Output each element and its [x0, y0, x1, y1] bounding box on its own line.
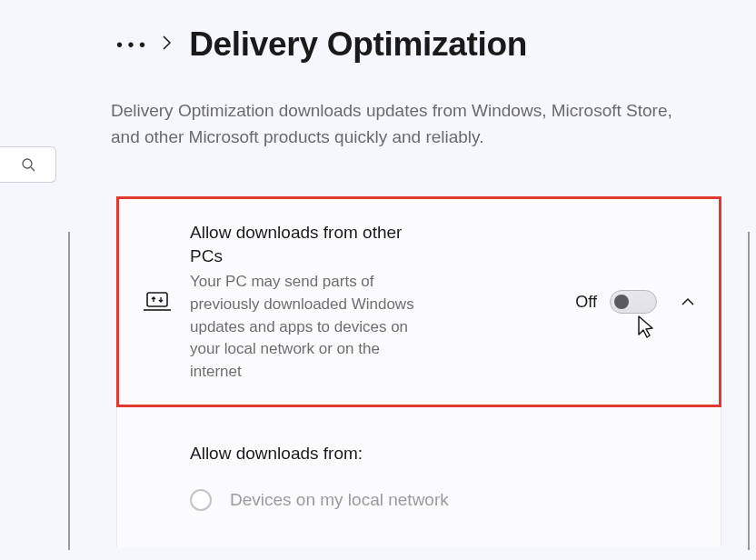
options-section-title: Allow downloads from: — [190, 444, 699, 464]
device-icon — [141, 291, 174, 313]
card-text-block: Allow downloads from other PCs Your PC m… — [190, 221, 426, 383]
page-title: Delivery Optimization — [189, 25, 527, 64]
page-description: Delivery Optimization downloads updates … — [111, 98, 692, 150]
search-icon — [21, 157, 35, 172]
left-scroll-rail — [68, 232, 70, 550]
radio-button[interactable] — [190, 489, 212, 511]
breadcrumb-more-icon[interactable]: • • • — [116, 35, 145, 55]
chevron-right-icon — [162, 33, 173, 56]
settings-card-group: Allow downloads from other PCs Your PC m… — [116, 196, 721, 547]
collapse-button[interactable] — [679, 297, 697, 306]
allow-downloads-options: Allow downloads from: Devices on my loca… — [116, 407, 721, 547]
allow-downloads-toggle[interactable] — [610, 290, 657, 314]
toggle-knob — [614, 295, 629, 309]
right-scroll-rail — [748, 232, 750, 550]
radio-option-local-network[interactable]: Devices on my local network — [190, 489, 699, 511]
card-subtitle: Your PC may send parts of previously dow… — [190, 271, 426, 383]
search-input[interactable] — [0, 146, 56, 183]
toggle-state-label: Off — [575, 293, 597, 312]
card-controls: Off — [575, 290, 697, 314]
allow-downloads-card: Allow downloads from other PCs Your PC m… — [116, 196, 721, 407]
svg-point-0 — [23, 159, 32, 168]
svg-rect-1 — [147, 293, 167, 306]
card-title: Allow downloads from other PCs — [190, 221, 426, 267]
radio-label: Devices on my local network — [230, 490, 449, 510]
chevron-up-icon — [681, 297, 695, 306]
breadcrumb: • • • Delivery Optimization — [116, 25, 527, 64]
